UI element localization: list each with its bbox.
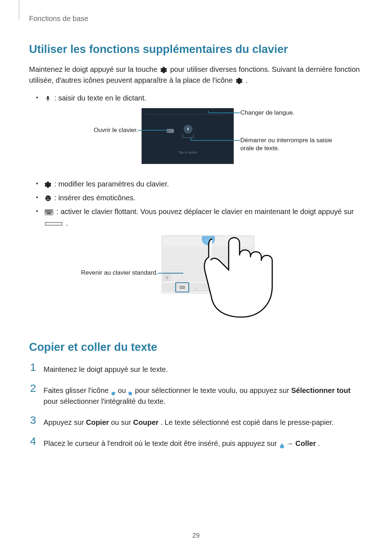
list-step: 2 Faites glisser l'icône ou pour sélecti… xyxy=(29,383,363,407)
smiley-icon xyxy=(44,195,52,202)
bullet-floating-text-2: . xyxy=(66,219,68,227)
heading-keyboard-functions: Utiliser les fonctions supplémentaires d… xyxy=(29,43,363,56)
svg-rect-10 xyxy=(47,212,48,213)
mic-button-icon xyxy=(184,125,192,134)
paste-bold: Coller xyxy=(295,439,316,447)
callout-line xyxy=(208,111,209,113)
bullet-gear: • : modifier les paramètres du clavier. xyxy=(29,178,363,190)
callout-line xyxy=(208,112,240,113)
bullet-list: • : saisir du texte en le dictant. xyxy=(29,92,363,104)
gear-icon xyxy=(236,77,243,85)
copy-bold: Copier xyxy=(86,418,109,426)
svg-rect-7 xyxy=(50,210,51,211)
cut-bold: Couper xyxy=(133,418,159,426)
bullet-mic-text: : saisir du texte en le dictant. xyxy=(54,94,146,102)
selection-handle-left-icon xyxy=(111,388,115,394)
floating-keyboard-icon xyxy=(44,209,54,216)
lang-indicator xyxy=(164,109,164,112)
margin-rule xyxy=(19,0,19,20)
svg-point-2 xyxy=(48,197,49,198)
step-2-text: Faites glisser l'icône ou pour sélection… xyxy=(44,383,363,407)
list-step: 4 Placez le curseur à l'endroit où le te… xyxy=(29,436,363,449)
intro-text-1: Maintenez le doigt appuyé sur la touche xyxy=(29,65,159,73)
step-number: 2 xyxy=(29,383,37,394)
gear-icon xyxy=(44,181,52,188)
svg-rect-8 xyxy=(51,210,52,211)
mic-bracket-icon xyxy=(183,134,193,138)
bullet-floating-text-1: : activer le clavier flottant. Vous pouv… xyxy=(57,208,354,216)
svg-rect-4 xyxy=(46,210,47,211)
select-all-bold: Sélectionner tout xyxy=(291,386,350,394)
voice-input-screenshot: ⌨ Tap to speak xyxy=(142,108,234,164)
bullet-list-cont: • : modifier les paramètres du clavier. … xyxy=(29,178,363,229)
callout-line xyxy=(158,273,183,274)
svg-point-0 xyxy=(45,196,50,201)
step-number: 3 xyxy=(29,415,37,426)
gear-icon xyxy=(160,66,167,74)
figure-voice-input: ⌨ Tap to speak Ouvrir le clavier. Change… xyxy=(47,108,345,172)
bullet-dot-icon: • xyxy=(36,178,38,188)
bullet-dot-icon: • xyxy=(36,92,38,102)
list-step: 1 Maintenez le doigt appuyé sur le texte… xyxy=(29,362,363,375)
intro-paragraph: Maintenez le doigt appuyé sur la touche … xyxy=(29,64,363,86)
svg-rect-9 xyxy=(46,212,47,213)
callout-line xyxy=(138,130,167,131)
drag-handle-icon xyxy=(45,222,62,226)
bullet-gear-text: : modifier les paramètres du clavier. xyxy=(54,180,169,188)
step-number: 1 xyxy=(29,362,37,373)
bullet-mic: • : saisir du texte en le dictant. xyxy=(29,92,363,104)
svg-point-1 xyxy=(46,197,47,198)
step-number: 4 xyxy=(29,436,37,447)
cursor-handle-icon xyxy=(280,441,283,447)
callout-line xyxy=(191,140,240,141)
page-number: 29 xyxy=(0,532,392,539)
bullet-dot-icon: • xyxy=(36,206,38,216)
bullet-floating: • : activer le clavier flottant. Vous po… xyxy=(29,206,363,229)
breadcrumb: Fonctions de base xyxy=(29,15,363,23)
keyboard-icon: ⌨ xyxy=(167,128,174,134)
bullet-emoji-text: : insérer des émoticônes. xyxy=(54,194,135,202)
svg-rect-13 xyxy=(51,212,52,213)
intro-text-3: . xyxy=(245,76,248,84)
step-4-text: Placez le curseur à l'endroit où le text… xyxy=(44,436,363,449)
callout-standard-keyboard: Revenir au clavier standard. xyxy=(69,269,158,277)
standard-keyboard-key: ⌨ xyxy=(176,283,189,292)
step-1-text: Maintenez le doigt appuyé sur le texte. xyxy=(44,362,363,375)
heading-copy-paste: Copier et coller du texte xyxy=(29,341,363,354)
callout-open-keyboard: Ouvrir le clavier. xyxy=(47,126,138,134)
svg-rect-6 xyxy=(48,210,49,211)
numbered-steps: 1 Maintenez le doigt appuyé sur le texte… xyxy=(29,362,363,449)
selection-handle-right-icon xyxy=(128,388,132,394)
microphone-icon xyxy=(44,95,52,102)
callout-start-stop-voice: Démarrer ou interrompre la saisie orale … xyxy=(240,136,342,152)
svg-rect-12 xyxy=(50,212,51,213)
touch-indicator-icon xyxy=(202,235,215,245)
divider xyxy=(146,114,230,115)
list-step: 3 Appuyez sur Copier ou sur Couper . Le … xyxy=(29,415,363,428)
svg-rect-11 xyxy=(48,212,49,213)
svg-rect-14 xyxy=(47,213,51,214)
callout-change-language: Changer de langue. xyxy=(240,109,335,117)
bullet-dot-icon: • xyxy=(36,192,38,202)
step-3-text: Appuyez sur Copier ou sur Couper . Le te… xyxy=(44,415,363,428)
bullet-emoji: • : insérer des émoticônes. xyxy=(29,192,363,204)
tap-to-speak-label: Tap to speak xyxy=(142,151,233,154)
callout-line xyxy=(191,137,191,141)
floating-keyboard-screenshot: ⌫ ↵ ⇧⇧ ⌨ , ⎵ . xyxy=(162,235,254,294)
figure-floating-keyboard: ⌫ ↵ ⇧⇧ ⌨ , ⎵ . Revenir au clavier standa… xyxy=(69,235,323,315)
svg-rect-5 xyxy=(47,210,48,211)
